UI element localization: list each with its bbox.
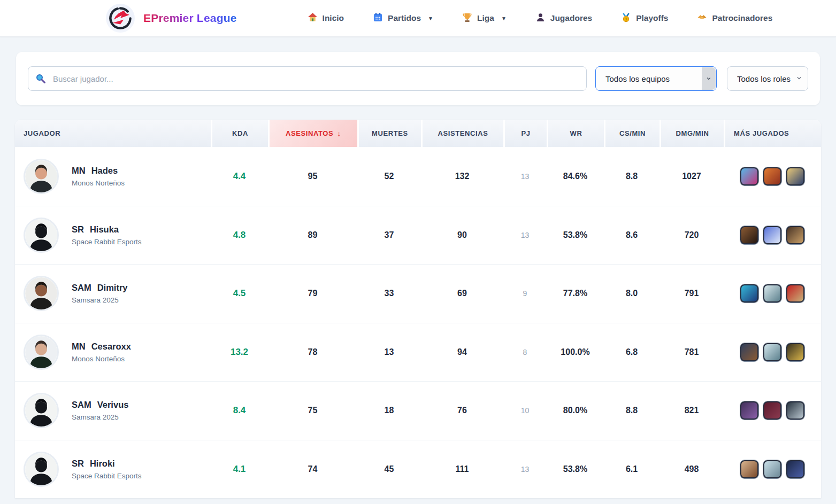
- player-row[interactable]: SAM Verivus Samsara 2025 8.4 75 18 76 10…: [15, 381, 821, 440]
- champion-icon: [763, 343, 781, 361]
- player-info: SR Hiroki Space Rabbit Esports: [72, 459, 142, 480]
- nav-item-playoffs[interactable]: 1 Playoffs: [621, 12, 668, 25]
- stat-winrate: 84.6%: [547, 172, 604, 181]
- team-filter-select[interactable]: Todos los equipos: [595, 66, 717, 91]
- stat-deaths: 33: [357, 289, 421, 298]
- stat-cs-per-min: 8.8: [604, 172, 659, 181]
- stat-kills: 75: [268, 406, 357, 415]
- team-tag: SAM: [72, 283, 91, 293]
- most-played-champions: [724, 401, 821, 420]
- player-cell: SAM Verivus Samsara 2025: [15, 393, 211, 428]
- player-avatar: [24, 393, 59, 428]
- player-name: Dimitry: [97, 283, 128, 293]
- stat-kda: 8.4: [211, 405, 268, 416]
- column-header-mas-jugados[interactable]: MÁS JUGADOS: [724, 120, 821, 147]
- nav-label: Patrocinadores: [712, 13, 772, 23]
- most-played-champions: [724, 284, 821, 303]
- player-row[interactable]: SR Hisuka Space Rabbit Esports 4.8 89 37…: [15, 206, 821, 265]
- stat-kda: 13.2: [211, 347, 268, 358]
- nav-label: Liga: [477, 13, 494, 23]
- stat-deaths: 37: [357, 230, 421, 240]
- stat-winrate: 77.8%: [547, 289, 604, 298]
- column-header-dmg-min[interactable]: DMG/MIN: [659, 120, 724, 147]
- player-row[interactable]: MN Cesaroxx Monos Norteños 13.2 78 13 94…: [15, 323, 821, 382]
- team-name: Space Rabbit Esports: [72, 238, 142, 246]
- stat-assists: 111: [421, 464, 503, 474]
- svg-text:1: 1: [625, 17, 627, 21]
- stat-deaths: 52: [357, 172, 421, 181]
- champion-icon: [763, 284, 781, 303]
- column-header-pj[interactable]: PJ: [503, 120, 547, 147]
- chevron-down-icon: [795, 74, 803, 84]
- team-name: Samsara 2025: [72, 413, 128, 421]
- champion-icon: [740, 343, 758, 361]
- brand-title: EPremier League: [143, 12, 237, 25]
- champion-icon: [763, 460, 781, 478]
- team-tag: SAM: [72, 400, 91, 410]
- stat-assists: 76: [421, 406, 503, 415]
- team-name: Monos Norteños: [72, 355, 131, 363]
- main-nav: Inicio Partidos ▼: [308, 12, 773, 25]
- nav-item-partidos[interactable]: Partidos ▼: [373, 12, 433, 25]
- stat-dmg-per-min: 781: [659, 347, 724, 357]
- chevron-down-icon: ▼: [428, 15, 433, 21]
- stat-dmg-per-min: 498: [659, 464, 724, 474]
- column-header-cs-min[interactable]: CS/MIN: [604, 120, 659, 147]
- column-header-asesinatos[interactable]: ASESINATOS ↓: [268, 120, 357, 147]
- player-row[interactable]: SR Hiroki Space Rabbit Esports 4.1 74 45…: [15, 440, 821, 499]
- stat-dmg-per-min: 1027: [659, 172, 724, 181]
- stat-games-played: 10: [503, 406, 547, 415]
- team-tag: SR: [72, 459, 84, 469]
- brand[interactable]: EPremier League: [106, 4, 237, 33]
- player-info: MN Hades Monos Norteños: [72, 166, 125, 187]
- stat-deaths: 45: [357, 464, 421, 474]
- stat-winrate: 100.0%: [547, 347, 604, 357]
- player-row[interactable]: SAM Dimitry Samsara 2025 4.5 79 33 69 9 …: [15, 264, 821, 323]
- player-row[interactable]: MN Hades Monos Norteños 4.4 95 52 132 13…: [15, 147, 821, 206]
- stat-kda: 4.5: [211, 288, 268, 299]
- search-icon: [35, 73, 46, 86]
- chevron-down-icon: [702, 67, 716, 90]
- stat-kills: 95: [268, 172, 357, 181]
- search-input[interactable]: [28, 66, 587, 91]
- most-played-champions: [724, 167, 821, 185]
- stat-assists: 132: [421, 172, 503, 181]
- stat-games-played: 13: [503, 231, 547, 239]
- player-avatar: [24, 335, 59, 370]
- stat-games-played: 13: [503, 172, 547, 181]
- player-name: Verivus: [97, 400, 129, 410]
- home-icon: [308, 12, 318, 25]
- player-avatar: [24, 452, 59, 487]
- column-header-kda[interactable]: KDA: [211, 120, 268, 147]
- trophy-icon: [462, 12, 472, 25]
- column-header-asistencias[interactable]: ASISTENCIAS: [421, 120, 503, 147]
- nav-item-jugadores[interactable]: Jugadores: [535, 12, 592, 25]
- nav-item-inicio[interactable]: Inicio: [308, 12, 344, 25]
- player-avatar: [24, 276, 59, 311]
- stat-deaths: 13: [357, 347, 421, 357]
- column-header-wr[interactable]: WR: [547, 120, 604, 147]
- filter-panel: Todos los equipos Todos los roles: [16, 52, 820, 105]
- column-header-muertes[interactable]: MUERTES: [357, 120, 421, 147]
- column-header-jugador[interactable]: JUGADOR: [15, 120, 211, 147]
- stat-assists: 90: [421, 230, 503, 240]
- sort-desc-icon: ↓: [337, 129, 341, 138]
- nav-label: Inicio: [323, 13, 344, 23]
- champion-icon: [740, 401, 758, 420]
- most-played-champions: [724, 226, 821, 244]
- player-avatar: [24, 159, 59, 194]
- nav-item-patrocinadores[interactable]: Patrocinadores: [697, 12, 772, 25]
- stat-cs-per-min: 6.1: [604, 464, 659, 474]
- nav-item-liga[interactable]: Liga ▼: [462, 12, 507, 25]
- player-name: Hisuka: [90, 224, 119, 235]
- stat-dmg-per-min: 821: [659, 406, 724, 415]
- stat-games-played: 8: [503, 348, 547, 356]
- stat-games-played: 13: [503, 465, 547, 474]
- team-tag: MN: [72, 166, 86, 176]
- player-cell: SAM Dimitry Samsara 2025: [15, 276, 211, 311]
- champion-icon: [763, 226, 781, 244]
- stat-winrate: 80.0%: [547, 406, 604, 415]
- player-info: SAM Verivus Samsara 2025: [72, 400, 128, 421]
- role-filter-select[interactable]: Todos los roles: [727, 66, 808, 91]
- champion-icon: [786, 167, 804, 185]
